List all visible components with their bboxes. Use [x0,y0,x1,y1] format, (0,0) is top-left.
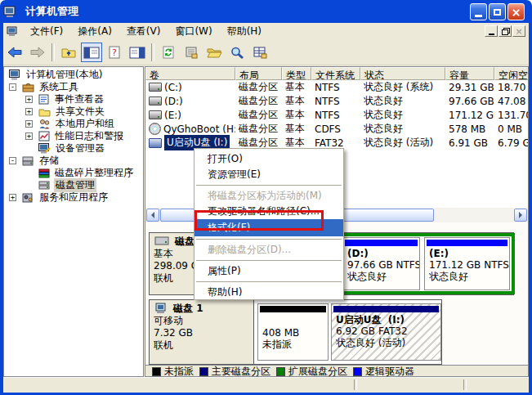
volume-capacity: 97.66 GB [445,96,494,107]
partition-i-usb[interactable]: U启动U盘 (I:) 6.92 GB FAT32 状态良好 (活动) [331,303,441,361]
menu-file[interactable]: 文件(F) [23,23,70,40]
expand-icon[interactable]: + [25,108,33,115]
toolbar: ? [3,40,529,65]
system-tools-icon [22,82,34,92]
volume-row-d[interactable]: (D:) 磁盘分区 基本 NTFS 状态良好 97.66 GB 47.08 GB [145,94,529,108]
volume-freespace: 47.08 GB [494,96,529,107]
volume-layout: 磁盘分区 [235,94,282,108]
mdi-minimize-button[interactable] [485,25,498,37]
tree-item-services-applications[interactable]: + 服务和应用程序 [4,191,143,204]
minimize-button[interactable] [470,3,487,20]
refresh-button[interactable] [158,43,179,62]
unallocated-space[interactable]: 408 MB 未指派 [257,303,329,361]
open-folder-button[interactable] [203,43,225,62]
volume-layout: 磁盘分区 [235,122,282,136]
arrow-left-icon [151,212,154,218]
disk-1-row[interactable]: 磁盘 1 可移动 7.32 GB 联机 408 MB 未指派 U启动U盘 (I:… [149,299,442,365]
volume-row-h[interactable]: QyGhoBoot (H:) 磁盘分区 基本 CDFS 状态良好 578 MB … [145,122,529,136]
maximize-button[interactable] [489,3,506,20]
volume-row-c[interactable]: (C:) 磁盘分区 基本 NTFS 状态良好 (系统) 29.31 GB 18.… [145,80,529,94]
mdi-minimize-icon [489,34,494,35]
column-header-status[interactable]: 状态 [360,67,445,80]
show-detail-pane-button[interactable] [127,43,148,62]
collapse-icon[interactable]: - [9,83,16,91]
back-button[interactable] [4,43,25,62]
maximize-icon [494,9,501,16]
expand-icon[interactable]: + [9,194,16,201]
partition-info: 171.12 GB NTFS [429,259,509,271]
disk-1-label[interactable]: 磁盘 1 可移动 7.32 GB 联机 [150,300,254,364]
partition-info: 6.92 GB FAT32 [336,325,408,337]
legend-primary-partition: 主要磁盘分区 [199,365,270,377]
tree-item-performance-logs[interactable]: + 性能日志和警报 [4,130,143,142]
menu-separator [196,239,342,240]
menu-help[interactable]: 帮助(H) [220,23,269,40]
menu-item-delete-partition[interactable]: 删除磁盘分区(D)... [194,242,343,258]
scroll-right-button[interactable] [514,209,527,222]
volume-freespace: 131.70 GB [494,110,529,121]
tree-item-computer-management[interactable]: 计算机管理(本地) [4,69,143,81]
search-button[interactable] [226,43,248,62]
tree-item-disk-management[interactable]: 磁盘管理 [4,179,143,191]
volume-filesystem: FAT32 [311,137,360,149]
menu-action[interactable]: 操作(A) [70,23,119,40]
tree-item-device-manager[interactable]: 设备管理器 [4,142,143,155]
volume-row-e[interactable]: (E:) 磁盘分区 基本 NTFS 状态良好 171.12 GB 131.70 … [145,108,529,122]
tree-item-event-viewer[interactable]: + 事件查看器 [4,93,143,105]
column-header-capacity[interactable]: 容量 [445,67,494,80]
statusbar-divider [354,379,357,390]
volume-name: (E:) [164,110,181,121]
menu-item-mark-partition-active[interactable]: 将磁盘分区标为活动的(M) [194,188,343,204]
menu-view[interactable]: 查看(V) [119,23,168,40]
menu-window[interactable]: 窗口(W) [168,23,219,40]
tree-item-system-tools[interactable]: - 系统工具 [4,81,143,93]
toolbar-separator [151,43,154,61]
partition-d[interactable]: (D:) 97.66 GB NTFS 状态良好 [342,237,420,290]
statusbar-divider [463,379,467,390]
column-header-volume[interactable]: 卷 [145,67,235,80]
tree-item-storage[interactable]: - 存储 [4,155,143,167]
menu-separator [196,185,342,186]
basic-disk-icon [154,236,169,246]
column-header-freespace[interactable]: 空闲空间 [494,67,529,80]
volume-status: 状态良好 (系统) [360,80,445,94]
volume-filesystem: NTFS [311,110,360,121]
legend-swatch-unallocated [152,367,161,376]
menu-bar: 文件(F) 操作(A) 查看(V) 窗口(W) 帮助(H) × [3,23,529,41]
title-bar: 计算机管理 × [0,0,532,23]
properties-button[interactable] [181,43,202,62]
partition-e[interactable]: (E:) 171.12 GB NTFS 状态良好 [424,237,510,290]
menu-item-explore[interactable]: 资源管理(E) [194,167,343,182]
column-header-filesystem[interactable]: 文件系统 [311,67,360,80]
menu-item-open[interactable]: 打开(O) [194,151,343,167]
mdi-close-button[interactable]: × [512,25,525,37]
console-tree: 计算机管理(本地) - 系统工具 + 事件查看器 + 共享文件夹 + 本地用户和… [3,66,144,377]
tree-item-local-users-groups[interactable]: + 本地用户和组 [4,118,143,130]
export-list-button[interactable] [249,43,270,62]
close-button[interactable]: × [507,3,525,20]
menu-item-help[interactable]: 帮助(H) [194,285,343,300]
red-annotation-box [194,210,324,231]
partition-name: U启动U盘 (I:) [336,314,405,325]
show-console-tree-button[interactable] [81,43,102,62]
mdi-restore-icon [502,28,509,34]
column-header-layout[interactable]: 布局 [235,67,282,80]
mdi-restore-button[interactable] [498,25,512,37]
expand-icon[interactable]: + [25,96,33,103]
partition-status: 未指派 [262,339,292,350]
properties-icon [184,46,199,59]
forward-button[interactable] [27,43,48,62]
help-topics-button[interactable]: ? [104,43,125,62]
scroll-left-button[interactable] [146,209,159,222]
disk-type: 基本 [154,248,173,259]
expand-icon[interactable]: + [25,132,33,140]
collapse-icon[interactable]: - [9,157,16,164]
tree-item-shared-folders[interactable]: + 共享文件夹 [4,105,143,118]
up-folder-button[interactable] [58,43,79,62]
column-header-type[interactable]: 类型 [282,67,311,80]
shared-folder-icon [38,107,51,117]
volume-type: 基本 [282,122,311,136]
menu-item-properties[interactable]: 属性(P) [194,263,343,279]
tree-item-disk-defragmenter[interactable]: 磁盘碎片整理程序 [4,167,143,179]
expand-icon[interactable]: + [25,120,33,128]
